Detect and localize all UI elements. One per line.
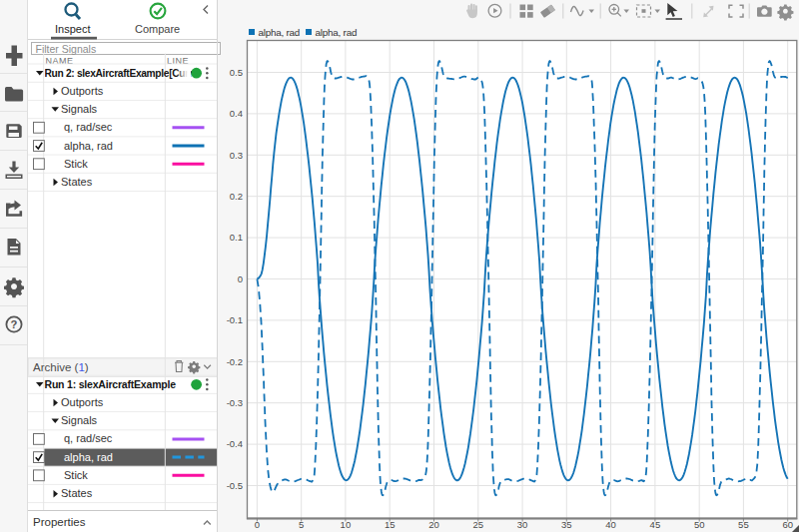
- svg-text:35: 35: [561, 519, 572, 530]
- svg-text:-0.5: -0.5: [227, 480, 243, 491]
- svg-text:50: 50: [694, 519, 705, 530]
- svg-text:0: 0: [255, 519, 260, 530]
- svg-text:0.2: 0.2: [230, 191, 243, 202]
- svg-text:-0.3: -0.3: [227, 397, 243, 408]
- svg-text:55: 55: [738, 519, 749, 530]
- svg-text:0.3: 0.3: [230, 150, 243, 161]
- svg-text:0.4: 0.4: [230, 108, 243, 119]
- svg-text:5: 5: [299, 519, 304, 530]
- svg-text:0: 0: [238, 273, 243, 284]
- svg-text:-0.4: -0.4: [227, 438, 243, 449]
- svg-text:20: 20: [428, 519, 439, 530]
- svg-text:25: 25: [473, 519, 484, 530]
- svg-text:-0.1: -0.1: [227, 314, 243, 325]
- svg-text:0.1: 0.1: [230, 232, 243, 243]
- svg-text:15: 15: [385, 519, 396, 530]
- svg-text:0.5: 0.5: [230, 67, 243, 78]
- svg-text:-0.2: -0.2: [227, 356, 243, 367]
- svg-text:45: 45: [650, 519, 661, 530]
- svg-text:30: 30: [517, 519, 528, 530]
- svg-text:10: 10: [341, 519, 352, 530]
- svg-text:40: 40: [605, 519, 616, 530]
